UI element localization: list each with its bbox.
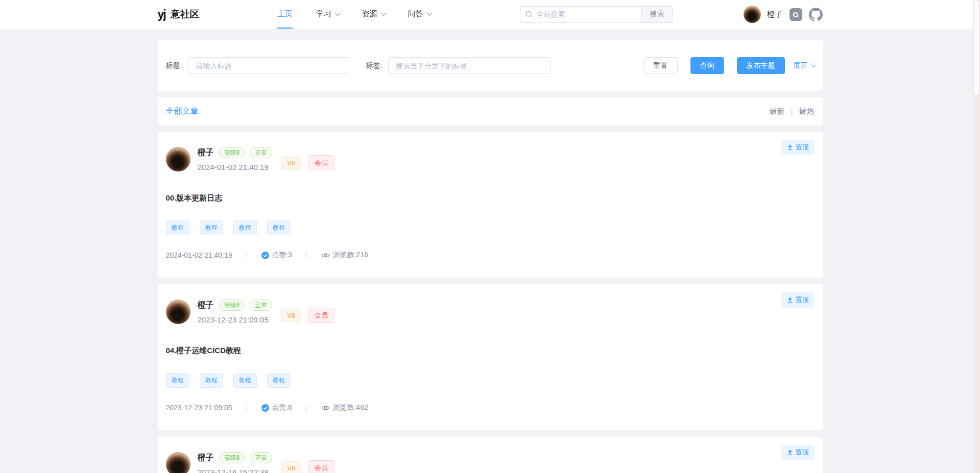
post-tags: 教程 教程 教程 教程: [166, 373, 815, 388]
tag-chip[interactable]: 教程: [166, 373, 189, 388]
likes-stat: 点赞:3: [261, 251, 292, 260]
likes-label: 点赞:3: [272, 251, 292, 260]
search-icon: [525, 10, 533, 18]
pin-label: 置顶: [796, 143, 809, 152]
footer-time: 2023-12-23 21:09:05: [166, 404, 232, 412]
list-header: 全部文章 最新 | 最热: [158, 97, 823, 125]
search-input[interactable]: [520, 6, 641, 23]
post-card: 置顶 橙子 等级8 正常 2023-12-23 21:09:05 V8 会员 0…: [158, 284, 823, 430]
post-header: 橙子 等级8 正常 2023-12-23 21:09:05 V8 会员: [166, 300, 815, 324]
footer-divider: |: [246, 404, 248, 412]
tag-filter-input[interactable]: [388, 57, 551, 74]
like-check-icon: [261, 252, 269, 259]
author-name[interactable]: 橙子: [198, 300, 214, 311]
pin-label: 置顶: [796, 295, 809, 305]
tag-chip[interactable]: 教程: [267, 220, 291, 235]
views-stat: 浏览数:482: [321, 403, 368, 412]
post-footer: 2024-01-02 21:40:19 | 点赞:3 | 浏览数:216: [166, 251, 815, 260]
author-avatar[interactable]: [166, 147, 190, 171]
tag-chip[interactable]: 教程: [200, 373, 223, 388]
title-filter-label: 标题:: [166, 61, 182, 70]
site-logo[interactable]: yj 意社区: [158, 8, 200, 21]
like-check-icon: [261, 404, 269, 412]
eye-icon: [321, 252, 330, 259]
chevron-down-icon: [381, 11, 386, 16]
post-footer: 2023-12-23 21:09:05 | 点赞:6 | 浏览数:482: [166, 403, 815, 412]
post-header: 橙子 等级8 正常 2023-12-16 15:22:38 V8 会员: [166, 452, 815, 473]
vip-badge: V8: [281, 461, 301, 473]
level-badge: 等级8: [219, 147, 245, 158]
author-badges: V8 会员: [281, 155, 334, 170]
scrollbar-track[interactable]: [973, 0, 980, 473]
expand-toggle[interactable]: 展开: [794, 61, 815, 70]
scrollbar-thumb[interactable]: [974, 0, 979, 96]
author-name[interactable]: 橙子: [198, 453, 214, 463]
nav-item-home[interactable]: 主页: [277, 0, 293, 29]
expand-label: 展开: [794, 61, 808, 70]
top-navbar: yj 意社区 主页 学习 资源 问答: [0, 0, 980, 29]
gitee-icon[interactable]: G: [790, 8, 802, 21]
chevron-down-icon: [335, 11, 340, 16]
nav-item-qa[interactable]: 问答: [408, 0, 431, 29]
footer-time: 2024-01-02 21:40:19: [166, 251, 232, 259]
user-avatar[interactable]: [744, 6, 761, 23]
tag-chip[interactable]: 教程: [233, 220, 257, 235]
tag-chip[interactable]: 教程: [267, 373, 291, 388]
post-title[interactable]: 04.橙子运维CICD教程: [166, 346, 815, 356]
likes-label: 点赞:6: [272, 403, 292, 412]
footer-divider: |: [306, 251, 308, 259]
post-title[interactable]: 00.版本更新日志: [166, 193, 815, 203]
logo-mark-icon: yj: [158, 9, 165, 20]
nav-item-resources[interactable]: 资源: [362, 0, 385, 29]
main-nav: 主页 学习 资源 问答: [277, 0, 431, 29]
all-articles-title[interactable]: 全部文章: [166, 106, 199, 117]
author-badges: V8 会员: [281, 460, 334, 473]
chevron-down-icon: [427, 11, 432, 16]
title-filter-input[interactable]: [188, 57, 349, 74]
reset-button[interactable]: 重置: [644, 57, 678, 74]
username[interactable]: 橙子: [768, 10, 783, 19]
footer-divider: |: [246, 251, 248, 259]
author-avatar[interactable]: [166, 300, 190, 324]
level-badge: 等级8: [219, 300, 245, 311]
sort-hottest[interactable]: 最热: [799, 107, 815, 116]
level-badge: 等级8: [219, 452, 245, 463]
tag-chip[interactable]: 教程: [200, 220, 223, 235]
vip-badge: V8: [281, 309, 301, 322]
search-button[interactable]: 搜索: [641, 6, 673, 23]
nav-item-label: 问答: [408, 9, 423, 19]
status-badge: 正常: [250, 452, 272, 463]
nav-item-learn[interactable]: 学习: [316, 0, 339, 29]
tag-chip[interactable]: 教程: [166, 220, 189, 235]
user-area: 橙子 G: [744, 6, 823, 23]
pin-button[interactable]: 置顶: [781, 292, 815, 308]
global-search: 搜索: [520, 6, 673, 23]
tag-chip[interactable]: 教程: [233, 373, 257, 388]
sort-switch: 最新 | 最热: [770, 107, 815, 116]
member-badge: 会员: [308, 155, 334, 170]
pin-button[interactable]: 置顶: [781, 140, 815, 155]
github-icon[interactable]: [809, 8, 823, 21]
views-stat: 浏览数:216: [321, 251, 368, 260]
author-avatar[interactable]: [166, 452, 190, 473]
filter-actions: 重置 查询 发布主题 展开: [644, 57, 815, 74]
post-datetime: 2024-01-02 21:40:19: [198, 163, 273, 171]
query-button[interactable]: 查询: [690, 57, 724, 74]
filter-panel: 标题: 标签: 重置 查询 发布主题 展开: [158, 40, 823, 91]
member-badge: 会员: [308, 308, 334, 323]
post-card: 置顶 橙子 等级8 正常 2024-01-02 21:40:19 V8 会员 0…: [158, 132, 823, 278]
author-name[interactable]: 橙子: [198, 147, 214, 158]
pin-button[interactable]: 置顶: [781, 445, 815, 460]
pin-up-icon: [787, 450, 793, 456]
pin-up-icon: [787, 144, 793, 151]
vip-badge: V8: [281, 156, 301, 170]
post-card: 置顶 橙子 等级8 正常 2023-12-16 15:22:38 V8 会员: [158, 437, 823, 473]
site-name: 意社区: [171, 8, 200, 21]
sort-newest[interactable]: 最新: [770, 107, 785, 116]
sort-divider: |: [791, 107, 793, 116]
views-label: 浏览数:482: [332, 403, 368, 412]
post-datetime: 2023-12-16 15:22:38: [198, 468, 273, 473]
pin-label: 置顶: [796, 448, 809, 457]
publish-topic-button[interactable]: 发布主题: [737, 57, 785, 74]
footer-divider: |: [306, 404, 308, 412]
